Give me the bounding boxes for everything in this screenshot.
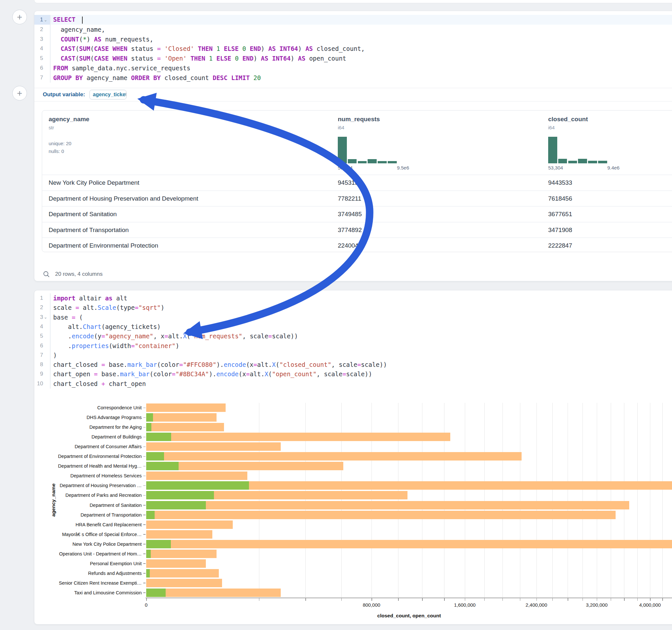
x-axis-tick [611,598,611,601]
add-cell-button[interactable]: + [12,10,27,24]
add-cell-button[interactable]: + [12,86,27,100]
x-axis-tick [341,598,342,601]
code-line[interactable]: 7⌄) [34,350,672,360]
bar-open [146,501,206,509]
code-line[interactable]: 6⌄FROM sample_data.nyc.service_requests [34,63,672,73]
search-icon[interactable] [43,271,50,278]
bar-open [146,481,249,490]
code-text[interactable]: chart_closed + chart_open [51,380,146,387]
bar-closed [146,579,222,587]
column-header[interactable]: closed_counti6453,3049.4e6 [548,111,620,175]
code-text[interactable]: chart_open = base.mark_bar(color="#8BC34… [51,370,372,378]
histogram-bar [588,161,597,163]
line-number-gutter: 4⌄ [34,322,51,332]
code-line[interactable]: 10⌄chart_closed + chart_open [34,379,672,389]
line-number-gutter: 7⌄ [34,73,51,83]
x-axis-tick-label: 1,600,000 [442,602,487,608]
line-number-gutter: 5⌄ [34,331,51,341]
y-axis-label: Correspondence Unit [41,403,142,413]
line-number: 5 [36,333,43,339]
line-number-gutter: 6⌄ [34,63,51,73]
line-number: 1 [36,17,43,23]
y-axis-tick [143,515,146,515]
bar-open [146,550,151,558]
x-axis-tick [465,598,465,601]
code-line[interactable]: 2⌄ agency_name, [34,25,672,34]
code-line[interactable]: 6⌄ .properties(width="container") [34,341,672,350]
bar-closed [146,569,219,578]
results-footer: 20 rows, 4 columns [43,268,102,280]
code-text[interactable]: CAST(SUM(CASE WHEN status = 'Open' THEN … [51,55,346,62]
code-text[interactable]: ) [51,352,57,359]
code-text[interactable]: GROUP BY agency_name ORDER BY closed_cou… [51,74,261,81]
code-line[interactable]: 7⌄GROUP BY agency_name ORDER BY closed_c… [34,73,672,83]
column-header[interactable]: num_requestsi6453,3049.5e6 [338,111,409,175]
bar-chart: agency_name closed_count, open_count 080… [146,403,672,598]
x-axis-title: closed_count, open_count [357,613,461,619]
table-cell: 3774892 [338,222,362,238]
code-text[interactable]: .properties(width="container") [51,342,179,349]
line-number-gutter: 1⌄ [34,293,51,303]
code-line[interactable]: 3⌄base = ( [34,312,672,322]
y-axis-label: Department for the Aging [41,422,142,432]
code-line[interactable]: 9⌄chart_open = base.mark_bar(color="#8BC… [34,369,672,379]
line-number: 6 [36,65,43,71]
gridline [398,403,399,598]
column-name: closed_count [548,116,620,123]
code-line[interactable]: 2⌄scale = alt.Scale(type="sqrt") [34,303,672,312]
code-text[interactable]: scale = alt.Scale(type="sqrt") [51,304,164,311]
sql-code-editor[interactable]: 1⌄SELECT 2⌄ agency_name,3⌄ COUNT(*) AS n… [34,15,672,83]
output-variable-pill[interactable]: agency_tickets [90,90,126,99]
code-text[interactable]: import altair as alt [51,295,127,302]
y-axis-label: Operations Unit - Department of Hom… [41,549,142,559]
line-number: 8 [36,361,43,368]
code-line[interactable]: 5⌄ CAST(SUM(CASE WHEN status = 'Open' TH… [34,53,672,63]
code-text[interactable]: .encode(y="agency_name", x=alt.X("num_re… [51,333,298,340]
code-line[interactable]: 4⌄ CAST(SUM(CASE WHEN status = 'Closed' … [34,44,672,53]
y-axis-label: Taxi and Limousine Commission [41,588,142,598]
line-number-gutter: 7⌄ [34,350,51,360]
code-text[interactable]: chart_closed = base.mark_bar(color="#FFC… [51,361,387,368]
code-line[interactable]: 1⌄SELECT [34,15,672,25]
code-text[interactable]: alt.Chart(agency_tickets) [51,323,161,330]
code-text[interactable]: base = ( [51,314,83,321]
code-line[interactable]: 1⌄import altair as alt [34,293,672,303]
bar-closed [146,442,281,451]
code-text[interactable]: agency_name, [51,26,105,33]
fold-chevron-icon[interactable]: ⌄ [43,315,48,319]
y-axis-tick [143,446,146,447]
gridline [582,403,583,598]
table-cell: 2240041 [338,238,362,252]
code-text[interactable]: FROM sample_data.nyc.service_requests [51,65,190,72]
code-text[interactable]: CAST(SUM(CASE WHEN status = 'Closed' THE… [51,45,365,52]
code-line[interactable]: 4⌄ alt.Chart(agency_tickets) [34,322,672,332]
code-text[interactable]: SELECT [51,16,83,24]
line-number-gutter: 2⌄ [34,303,51,312]
table-cell: 9453131 [338,175,362,191]
code-line[interactable]: 5⌄ .encode(y="agency_name", x=alt.X("num… [34,331,672,341]
gridline [502,403,503,598]
x-axis-tick [398,598,399,601]
code-line[interactable]: 3⌄ COUNT(*) AS num_requests, [34,34,672,44]
table-cell: 3677651 [548,207,572,222]
code-text[interactable]: COUNT(*) AS num_requests, [51,35,153,43]
bar-open [146,491,214,500]
y-axis-tick [143,524,146,525]
fold-chevron-icon[interactable]: ⌄ [43,18,48,22]
bar-closed [146,530,212,539]
bar-open [146,511,154,519]
histogram-max-label: 9.5e6 [397,165,409,170]
line-number-gutter: 1⌄ [34,15,51,25]
y-axis-tick [143,437,146,437]
column-header[interactable]: agency_namestrunique: 20nulls: 0 [49,111,90,175]
x-axis-tick [552,598,553,601]
text-cursor [82,17,83,24]
python-code-editor[interactable]: 1⌄import altair as alt2⌄scale = alt.Scal… [34,293,672,389]
column-type: i64 [548,125,620,130]
line-number-gutter: 3⌄ [34,34,51,44]
x-axis-tick-label: 3,200,000 [574,602,620,608]
table-row: Department of Housing Preservation and D… [42,191,672,207]
histogram-min-label: 53,304 [548,165,563,170]
code-line[interactable]: 8⌄chart_closed = base.mark_bar(color="#F… [34,360,672,369]
table-cell: Department of Environmental Protection [49,238,158,252]
